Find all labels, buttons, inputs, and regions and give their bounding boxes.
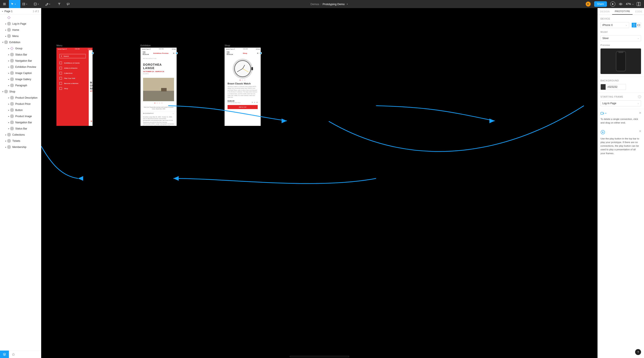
pen-tool-button[interactable]: ▾ (43, 0, 55, 8)
qty-plus-button[interactable]: ⊞ (256, 102, 258, 103)
user-avatar[interactable]: R (586, 2, 591, 7)
horizontal-scrollbar[interactable] (290, 356, 349, 357)
menu-nav-item[interactable]: Collections (56, 71, 89, 76)
layer-row[interactable] (0, 15, 41, 21)
artboard-exhibition[interactable]: ●●●●● Figma ⚲9:42 AM42% ▮ THE ART MUSEUM… (140, 48, 176, 126)
layer-row[interactable]: ▸Product Price (0, 101, 41, 107)
tab-design[interactable]: DESIGN (598, 8, 612, 15)
assets-tab-button[interactable] (9, 350, 18, 358)
layer-row[interactable]: ▸Tickets (0, 138, 41, 144)
layer-row[interactable]: ▸Status Bar (0, 51, 41, 58)
chevron-icon[interactable]: ▸ (5, 35, 7, 37)
chevron-icon[interactable]: ▾ (2, 41, 4, 43)
layer-row[interactable]: ▸Exhibition Preview (0, 64, 41, 70)
breadcrumb-parent[interactable]: Demos (310, 3, 319, 6)
layer-row[interactable]: ▸Menu (0, 33, 41, 39)
layer-row[interactable]: ▸Paragraph (0, 82, 41, 88)
orientation-landscape-button[interactable] (636, 23, 641, 28)
chevron-icon[interactable]: ▸ (8, 121, 10, 123)
prototype-handle[interactable] (260, 52, 262, 54)
share-button[interactable]: Share (594, 1, 607, 7)
artboard-label-shop[interactable]: Shop (224, 44, 230, 47)
menu-nav-item[interactable]: Shop (56, 86, 89, 91)
background-color-input[interactable]: #323232 (600, 84, 626, 90)
chevron-icon[interactable]: ▸ (5, 29, 7, 31)
breadcrumb-current[interactable]: Prototyping Demo (323, 3, 345, 6)
layer-row[interactable]: ▸Status Bar (0, 125, 41, 132)
chevron-icon[interactable]: ▸ (8, 47, 10, 50)
layer-row[interactable]: ▸Button (0, 107, 41, 113)
layer-row[interactable]: ▸Product Description (0, 95, 41, 101)
menu-nav-item[interactable]: Plan Your Visit (56, 76, 89, 81)
chevron-icon[interactable]: ▸ (8, 60, 10, 62)
prototype-handle[interactable] (92, 52, 94, 54)
starting-frame-select[interactable]: Log-In Page⌄ (600, 100, 641, 106)
chevron-icon[interactable]: ▾ (2, 91, 4, 93)
frame-tool-button[interactable]: ▾ (20, 0, 32, 8)
chevron-icon[interactable]: ▸ (8, 115, 10, 117)
layer-row[interactable]: ▸Collections (0, 132, 41, 138)
layer-row[interactable]: ▸Image Gallery (0, 76, 41, 82)
search-field[interactable]: ⚲ Search (60, 54, 86, 58)
chevron-icon[interactable]: ▸ (8, 78, 10, 80)
chevron-icon[interactable]: ▸ (5, 146, 7, 148)
help-button[interactable]: ? (635, 349, 641, 355)
layer-row[interactable]: ▸Navigation Bar (0, 119, 41, 125)
device-select[interactable]: iPhone X⌄ (600, 22, 629, 28)
chevron-icon[interactable]: ▸ (8, 103, 10, 105)
layer-row[interactable]: ▸Home (0, 27, 41, 33)
play-prototype-button[interactable] (610, 2, 615, 7)
artboard-shop[interactable]: ●●●●● Figma ⚲9:42 AM42% ▮ THE ART MUSEUM… (224, 48, 261, 126)
info-icon[interactable]: i (638, 95, 641, 98)
canvas[interactable]: Menu Exhibition Shop ●●●●● Figma ⚲9:42 A… (41, 8, 598, 358)
add-to-cart-button[interactable]: Add to Cart (228, 105, 258, 109)
menu-nav-item[interactable]: Become a Member (56, 81, 89, 86)
close-tip-button[interactable]: ✕ (639, 111, 642, 115)
qty-minus-button[interactable]: ⊟ (252, 102, 253, 103)
library-icon[interactable] (637, 2, 640, 6)
pagination-dots[interactable]: ● ○ ○ ○ (140, 102, 176, 104)
chevron-icon[interactable]: ▸ (5, 23, 7, 25)
model-select[interactable]: Silver⌄ (600, 35, 641, 41)
layers-tab-button[interactable] (0, 350, 9, 358)
comment-tool-button[interactable] (64, 0, 72, 8)
eye-preview-icon[interactable] (619, 2, 622, 6)
page-selector[interactable]: ▸ Page 1 1 of 2 (0, 8, 41, 15)
layer-row[interactable]: ▸Image Caption (0, 70, 41, 76)
menu-nav-item[interactable]: Artists & Artworks (56, 66, 89, 71)
artboard-label-menu[interactable]: Menu (56, 44, 62, 47)
chevron-icon[interactable]: ▸ (8, 66, 10, 68)
tab-prototype[interactable]: PROTOTYPE (612, 8, 632, 15)
chevron-down-icon[interactable]: ⌄ (172, 113, 174, 114)
layer-row[interactable]: ▸Product Image (0, 113, 41, 119)
layer-row[interactable]: ▸Log-In Page (0, 21, 41, 27)
layer-row[interactable]: ▸Membership (0, 144, 41, 150)
zoom-level[interactable]: 47% ▾ (626, 3, 634, 6)
chevron-icon[interactable]: ▸ (5, 140, 7, 142)
chevron-icon[interactable]: ▸ (8, 72, 10, 74)
layer-row[interactable]: ▾Shop (0, 88, 41, 95)
tab-code[interactable]: CODE (632, 8, 644, 15)
close-tip-button[interactable]: ✕ (639, 129, 642, 133)
orientation-portrait-button[interactable] (632, 23, 636, 28)
chevron-down-icon[interactable]: ▾ (347, 3, 348, 5)
layer-row[interactable]: ▸Group (0, 45, 41, 51)
chevron-icon[interactable]: ▸ (8, 97, 10, 99)
hamburger-menu-button[interactable] (0, 0, 9, 8)
chevron-icon[interactable]: ▸ (8, 54, 10, 56)
close-icon[interactable]: ✕ (173, 52, 174, 54)
chevron-icon[interactable]: ▸ (8, 128, 10, 130)
shape-tool-button[interactable]: ▾ (32, 0, 43, 8)
color-swatch[interactable] (601, 84, 606, 90)
layer-row[interactable]: ▾Exhibition (0, 39, 41, 45)
text-tool-button[interactable] (55, 0, 64, 8)
menu-nav-item[interactable]: Exhibitions & Events (56, 60, 89, 66)
move-tool-button[interactable]: ▾ (9, 0, 20, 8)
pagination-dots[interactable]: ● ○ ○ (228, 79, 258, 81)
artboard-menu[interactable]: ●●●●● Figma ⚲9:42 AM42% ▮ ⚲ Search Exhib… (56, 48, 92, 126)
chevron-icon[interactable]: ▸ (8, 84, 10, 87)
close-icon[interactable]: ✕ (257, 52, 258, 54)
prototype-handle[interactable] (176, 52, 178, 54)
artboard-label-exhibition[interactable]: Exhibition (140, 44, 151, 47)
layer-row[interactable]: ▸Navigation Bar (0, 58, 41, 64)
